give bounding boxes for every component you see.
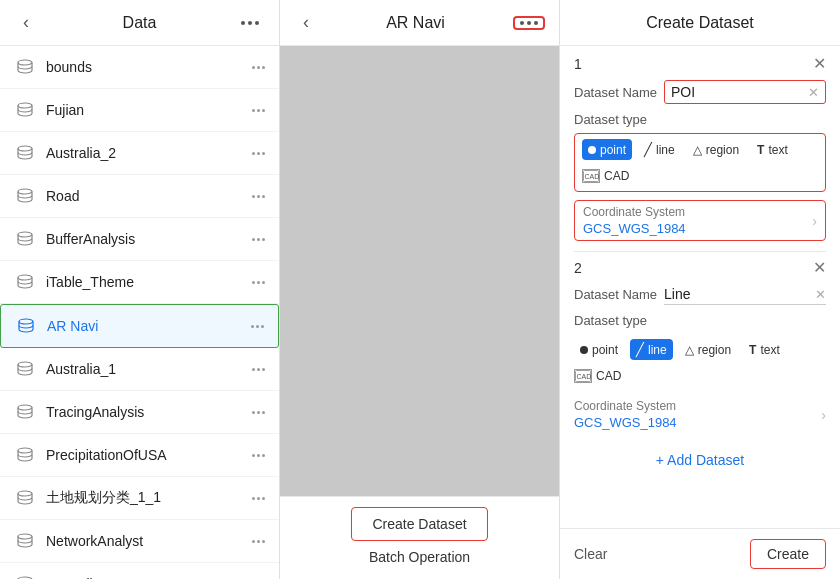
dataset-2-coord-section[interactable]: Coordinate System GCS_WGS_1984 › — [574, 395, 826, 434]
item-more[interactable] — [252, 152, 265, 155]
type-line-btn-1[interactable]: ╱ line — [638, 139, 681, 160]
dataset-1-coord-section[interactable]: Coordinate System GCS_WGS_1984 › — [574, 200, 826, 241]
dataset-2-type-section: Dataset type point ╱ line △ re — [574, 313, 826, 391]
dataset-2-name-input[interactable]: Line ✕ — [664, 284, 826, 305]
dataset-1-header: 1 ✕ — [574, 56, 826, 72]
item-name: AR Navi — [47, 318, 251, 334]
dataset-2-cad-row: CAD CAD — [574, 366, 826, 386]
item-name: Fujian — [46, 102, 252, 118]
point-dot-icon-2 — [580, 346, 588, 354]
dataset-2-name-label: Dataset Name — [574, 287, 664, 302]
type-region-btn-1[interactable]: △ region — [687, 139, 745, 160]
panel-right: ‹ Create Dataset 1 ✕ Dataset Name POI ✕ … — [560, 0, 840, 579]
line-icon: ╱ — [644, 142, 652, 157]
middle-back-icon[interactable]: ‹ — [294, 12, 318, 33]
item-name: 土地规划分类_1_1 — [46, 489, 252, 507]
item-name: Australia_1 — [46, 361, 252, 377]
db-icon — [14, 487, 36, 509]
text-icon-2: T — [749, 343, 756, 357]
dataset-1-coord-label: Coordinate System — [583, 205, 812, 219]
text-icon: T — [757, 143, 764, 157]
list-item[interactable]: Road — [0, 175, 279, 218]
item-name: PrecipitationOfUSA — [46, 447, 252, 463]
left-panel-header: ‹ Data — [0, 0, 279, 46]
dataset-1-close[interactable]: ✕ — [813, 56, 826, 72]
region-icon-2: △ — [685, 343, 694, 357]
item-name: bounds — [46, 59, 252, 75]
middle-more-icon[interactable] — [513, 16, 545, 30]
item-more[interactable] — [252, 497, 265, 500]
list-item[interactable]: bounds — [0, 46, 279, 89]
type-line-btn-2[interactable]: ╱ line — [630, 339, 673, 360]
add-dataset-button[interactable]: + Add Dataset — [574, 444, 826, 476]
type-text-label-2: text — [760, 343, 779, 357]
item-more[interactable] — [252, 454, 265, 457]
item-more[interactable] — [252, 238, 265, 241]
type-cad-btn-1[interactable]: CAD CAD — [582, 166, 629, 186]
right-panel-footer: Clear Create — [560, 528, 840, 579]
item-more[interactable] — [252, 195, 265, 198]
item-more[interactable] — [252, 66, 265, 69]
dataset-1-name-label: Dataset Name — [574, 85, 664, 100]
db-icon — [14, 56, 36, 78]
type-cad-btn-2[interactable]: CAD CAD — [574, 366, 621, 386]
dataset-1-name-input[interactable]: POI ✕ — [664, 80, 826, 104]
dataset-1-cad-row: CAD CAD — [582, 166, 818, 186]
db-icon — [14, 444, 36, 466]
clear-button[interactable]: Clear — [574, 546, 607, 562]
dataset-1-type-label: Dataset type — [574, 112, 826, 127]
dataset-2-name-value: Line — [664, 286, 690, 302]
list-item[interactable]: Australia_1 — [0, 348, 279, 391]
dataset-2-name-clear[interactable]: ✕ — [815, 287, 826, 302]
list-item[interactable]: TracingAnalysis — [0, 391, 279, 434]
panel-left: ‹ Data bounds Fujian — [0, 0, 280, 579]
list-item[interactable]: Australia_2 — [0, 132, 279, 175]
item-more[interactable] — [252, 109, 265, 112]
svg-point-11 — [18, 534, 32, 539]
item-more[interactable] — [252, 411, 265, 414]
middle-canvas — [280, 46, 559, 496]
item-more[interactable] — [252, 368, 265, 371]
list-item[interactable]: Fujian — [0, 89, 279, 132]
dataset-2-name-row: Dataset Name Line ✕ — [574, 284, 826, 305]
list-item[interactable]: BufferAnalysis — [0, 218, 279, 261]
svg-text:CAD: CAD — [585, 173, 600, 180]
right-panel-header: ‹ Create Dataset — [560, 0, 840, 46]
left-more-icon[interactable] — [241, 21, 265, 25]
item-more[interactable] — [252, 540, 265, 543]
item-more[interactable] — [251, 325, 264, 328]
dataset-block-1: 1 ✕ Dataset Name POI ✕ Dataset type — [574, 56, 826, 241]
type-text-btn-2[interactable]: T text — [743, 339, 786, 360]
create-button[interactable]: Create — [750, 539, 826, 569]
db-icon — [14, 401, 36, 423]
type-point-btn-2[interactable]: point — [574, 339, 624, 360]
dataset-1-name-clear[interactable]: ✕ — [808, 85, 819, 100]
dataset-2-type-label: Dataset type — [574, 313, 826, 328]
item-more[interactable] — [252, 281, 265, 284]
create-dataset-button[interactable]: Create Dataset — [351, 507, 487, 541]
type-line-label: line — [656, 143, 675, 157]
type-point-btn-1[interactable]: point — [582, 139, 632, 160]
dataset-2-close[interactable]: ✕ — [813, 260, 826, 276]
dataset-2-coord-inner: Coordinate System GCS_WGS_1984 — [574, 399, 821, 430]
right-panel-title: Create Dataset — [598, 14, 802, 32]
type-region-label-2: region — [698, 343, 731, 357]
divider-1 — [574, 251, 826, 252]
type-text-btn-1[interactable]: T text — [751, 139, 794, 160]
list-item[interactable]: PrecipitationOfUSA — [0, 434, 279, 477]
svg-point-8 — [18, 405, 32, 410]
svg-point-6 — [19, 319, 33, 324]
type-region-btn-2[interactable]: △ region — [679, 339, 737, 360]
cad-label-2: CAD — [596, 369, 621, 383]
dataset-1-name-value: POI — [671, 84, 695, 100]
list-item[interactable]: Australia — [0, 563, 279, 579]
type-region-label: region — [706, 143, 739, 157]
cad-icon-2: CAD — [574, 369, 592, 383]
list-item-ar-navi[interactable]: AR Navi — [0, 304, 279, 348]
db-icon — [14, 271, 36, 293]
type-line-label-2: line — [648, 343, 667, 357]
list-item[interactable]: 土地规划分类_1_1 — [0, 477, 279, 520]
list-item[interactable]: NetworkAnalyst — [0, 520, 279, 563]
list-item[interactable]: iTable_Theme — [0, 261, 279, 304]
back-icon[interactable]: ‹ — [14, 12, 38, 33]
